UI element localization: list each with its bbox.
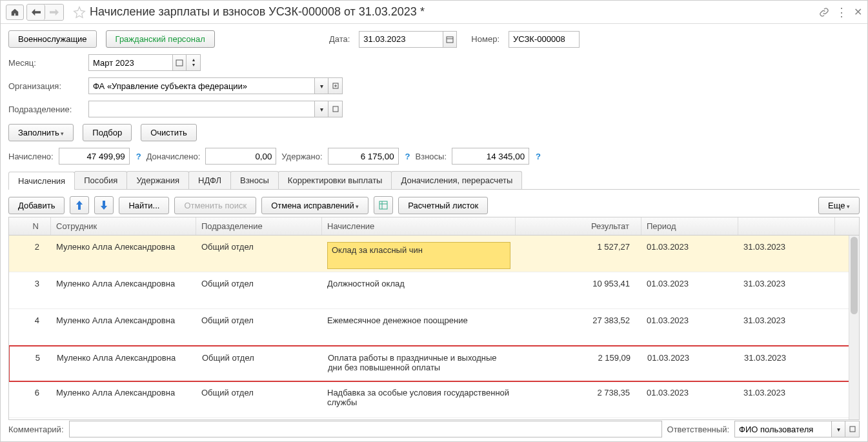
dept-open-icon[interactable] bbox=[328, 101, 343, 117]
table-settings-icon bbox=[379, 201, 388, 210]
forward-button[interactable] bbox=[45, 5, 63, 20]
more-button[interactable]: Еще bbox=[818, 197, 860, 214]
cell-res: 2 159,09 bbox=[516, 350, 642, 381]
mode-military-button[interactable]: Военнослужащие bbox=[8, 30, 97, 48]
accruals-table: N Сотрудник Подразделение Начисление Рез… bbox=[8, 217, 860, 420]
cancel-search-button: Отменить поиск bbox=[174, 197, 256, 214]
cell-res: 2 738,35 bbox=[516, 385, 641, 417]
tab-additional[interactable]: Доначисления, перерасчеты bbox=[391, 171, 522, 189]
table-row[interactable]: 2Муленко Алла АлександровнаОбщий отделОк… bbox=[9, 236, 859, 272]
add-button[interactable]: Добавить bbox=[8, 197, 65, 214]
svg-rect-1 bbox=[176, 60, 183, 66]
cell-p2: 31.03.2023 bbox=[738, 313, 835, 345]
cell-dep: Общий отдел bbox=[196, 385, 322, 417]
resp-open-icon[interactable] bbox=[845, 421, 860, 437]
col-emp[interactable]: Сотрудник bbox=[51, 217, 196, 235]
cancel-fix-button[interactable]: Отмена исправлений bbox=[261, 197, 368, 214]
withheld-value[interactable] bbox=[328, 148, 399, 165]
tab-ndfl[interactable]: НДФЛ bbox=[188, 171, 231, 189]
org-input[interactable] bbox=[88, 77, 314, 94]
cell-emp: Муленко Алла Александровна bbox=[52, 350, 197, 381]
dept-input[interactable] bbox=[88, 101, 314, 117]
cell-p1: 01.03.2023 bbox=[641, 239, 738, 272]
cell-n: 6 bbox=[9, 385, 51, 417]
tab-benefits[interactable]: Пособия bbox=[74, 171, 127, 189]
clear-button[interactable]: Очистить bbox=[141, 124, 197, 141]
cell-dep: Общий отдел bbox=[196, 276, 322, 308]
help-icon[interactable]: ? bbox=[405, 152, 410, 161]
cell-p1: 01.03.2023 bbox=[642, 350, 739, 381]
cell-p2: 31.03.2023 bbox=[739, 350, 836, 381]
table-row[interactable]: 6Муленко Алла АлександровнаОбщий отделНа… bbox=[9, 381, 859, 418]
svg-rect-0 bbox=[447, 37, 453, 43]
cell-dep: Общий отдел bbox=[196, 313, 322, 345]
mode-civil-button[interactable]: Гражданский персонал bbox=[106, 30, 215, 48]
fill-button[interactable]: Заполнить bbox=[8, 124, 74, 141]
tab-accruals[interactable]: Начисления bbox=[8, 172, 75, 190]
back-button[interactable] bbox=[27, 5, 45, 20]
contrib-value[interactable] bbox=[452, 148, 529, 165]
org-open-icon[interactable] bbox=[328, 77, 343, 94]
col-acc[interactable]: Начисление bbox=[322, 217, 516, 235]
resp-dropdown-icon[interactable]: ▾ bbox=[831, 421, 845, 437]
cell-p2: 31.03.2023 bbox=[738, 239, 835, 272]
cell-p1: 01.03.2023 bbox=[641, 313, 738, 345]
tab-corrections[interactable]: Корректировки выплаты bbox=[278, 171, 392, 189]
home-icon bbox=[10, 8, 19, 17]
cell-acc: Должностной оклад bbox=[322, 276, 516, 308]
pick-button[interactable]: Подбор bbox=[83, 124, 132, 141]
month-label: Месяц: bbox=[8, 58, 79, 68]
resp-label: Ответственный: bbox=[667, 425, 729, 434]
col-period2[interactable] bbox=[738, 217, 835, 235]
favorite-icon[interactable] bbox=[73, 6, 86, 19]
dept-label: Подразделение: bbox=[8, 105, 79, 114]
table-row[interactable]: 3Муленко Алла АлександровнаОбщий отделДо… bbox=[9, 272, 859, 309]
move-down-button[interactable] bbox=[94, 196, 114, 214]
col-period[interactable]: Период bbox=[641, 217, 738, 235]
table-row[interactable]: 4Муленко Алла АлександровнаОбщий отделЕж… bbox=[9, 309, 859, 346]
home-button[interactable] bbox=[6, 5, 24, 20]
org-dropdown-icon[interactable]: ▾ bbox=[314, 77, 328, 94]
svg-rect-3 bbox=[333, 106, 338, 112]
contrib-label: Взносы: bbox=[416, 152, 447, 161]
date-input[interactable] bbox=[359, 31, 443, 48]
cell-emp: Муленко Алла Александровна bbox=[51, 385, 196, 417]
cell-res: 27 383,52 bbox=[516, 313, 641, 345]
help-icon[interactable]: ? bbox=[136, 152, 141, 161]
link-icon[interactable] bbox=[819, 7, 829, 17]
table-row[interactable]: 5Муленко Алла АлександровнаОбщий отделОп… bbox=[9, 345, 859, 382]
move-up-button[interactable] bbox=[70, 196, 89, 214]
cell-dep: Общий отдел bbox=[196, 239, 322, 272]
cell-acc: Оплата работы в праздничные и выходные д… bbox=[323, 350, 516, 381]
col-res[interactable]: Результат bbox=[516, 217, 641, 235]
calendar-icon[interactable] bbox=[443, 31, 457, 48]
more-menu-icon[interactable]: ⋮ bbox=[836, 5, 847, 19]
cell-emp: Муленко Алла Александровна bbox=[51, 239, 196, 272]
cell-acc: Надбавка за особые условия государственн… bbox=[322, 385, 516, 417]
addl-value[interactable] bbox=[205, 148, 276, 165]
tab-deductions[interactable]: Удержания bbox=[126, 171, 189, 189]
comment-input[interactable] bbox=[69, 421, 662, 437]
arrow-up-icon bbox=[76, 201, 83, 210]
month-input[interactable] bbox=[88, 54, 172, 71]
month-stepper-icon[interactable]: ▴▾ bbox=[187, 54, 201, 71]
org-label: Организация: bbox=[8, 81, 79, 91]
cell-n: 4 bbox=[9, 313, 51, 345]
number-input[interactable] bbox=[509, 31, 580, 48]
cell-res: 10 953,41 bbox=[516, 276, 641, 308]
col-n[interactable]: N bbox=[9, 217, 51, 235]
dept-dropdown-icon[interactable]: ▾ bbox=[314, 101, 328, 117]
accrued-value[interactable] bbox=[59, 148, 130, 165]
month-calendar-icon[interactable] bbox=[172, 54, 187, 71]
tab-contrib[interactable]: Взносы bbox=[230, 171, 279, 189]
arrow-right-icon bbox=[50, 8, 59, 16]
cell-p2: 31.03.2023 bbox=[738, 385, 835, 417]
col-dep[interactable]: Подразделение bbox=[196, 217, 322, 235]
scrollbar[interactable] bbox=[849, 236, 859, 419]
find-button[interactable]: Найти... bbox=[119, 197, 169, 214]
settings-icon-button[interactable] bbox=[374, 196, 393, 214]
close-icon[interactable]: ✕ bbox=[854, 6, 862, 18]
help-icon[interactable]: ? bbox=[536, 152, 541, 161]
resp-input[interactable] bbox=[734, 421, 831, 437]
payslip-button[interactable]: Расчетный листок bbox=[398, 197, 488, 214]
